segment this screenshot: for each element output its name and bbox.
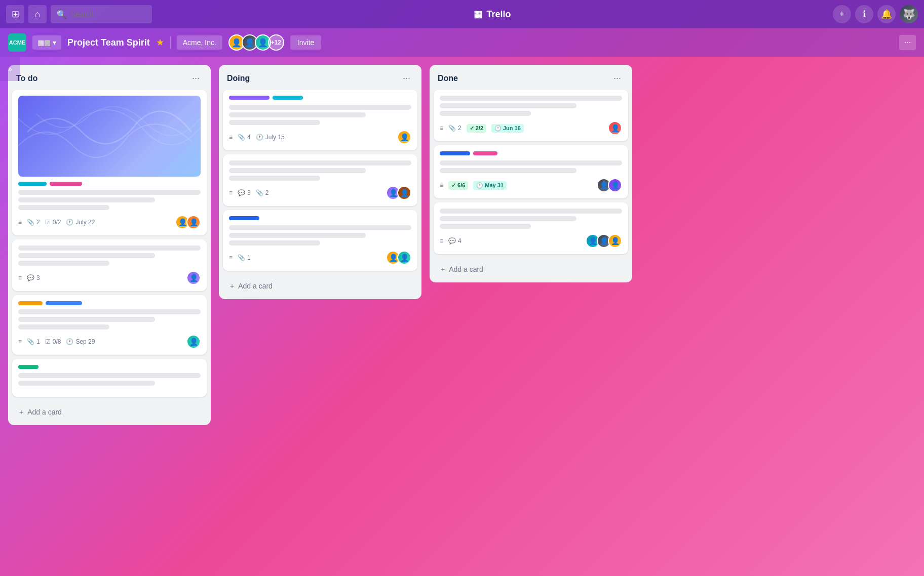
list-todo: To do ··· [8,65,211,425]
card-avatar-3: 👤 [608,234,622,248]
progress-bar-blue [229,216,259,220]
card-content-lines [229,160,411,181]
list-doing-title: Doing [227,74,250,83]
card-content-lines [440,209,622,229]
card-avatar-2: 👤 [397,186,411,200]
list-doing-cards: ≡ 📎 4 🕐 July 15 👤 [219,90,421,275]
search-bar[interactable]: 🔍 [51,5,152,23]
list-done-title: Done [438,74,458,83]
card-todo-1[interactable]: ≡ 📎 2 ☑ 0/2 🕐 July 22 [12,90,207,235]
add-card-todo-button[interactable]: + + Add a card Add a card [12,403,207,421]
grid-menu-button[interactable]: ⊞ [6,5,24,23]
notifications-button[interactable]: 🔔 [877,5,896,23]
plus-icon: + [19,408,23,416]
list-todo-header: To do ··· [8,65,211,90]
card-done-3[interactable]: ≡ 💬 4 👤 👤 👤 [434,202,628,254]
card-avatar-1: 👤 [186,335,201,349]
tag-blue-mid [46,301,82,305]
card-footer: ≡ 💬 3 👤 [18,271,201,285]
board-type-button[interactable]: ▦▦ ▾ [32,35,61,50]
avatar-icon: 🐺 [903,8,915,20]
progress-bars [229,216,411,220]
workspace-name[interactable]: Acme, Inc. [177,35,222,50]
card-avatar-1: 👤 [608,121,622,135]
card-footer: ≡ 📎 2 ☑ 0/2 🕐 July 22 [18,215,201,229]
list-doing-header: Doing ··· [219,65,421,90]
card-done-2[interactable]: ≡ ✓ 6/6 🕐 May 31 👤 [434,145,628,198]
list-todo-cards: ≡ 📎 2 ☑ 0/2 🕐 July 22 [8,90,211,401]
progress-bar-pink [473,151,497,155]
checklist-icon: ☑ [45,338,51,345]
card-footer: ≡ 📎 1 👤 👤 [229,251,411,265]
card-footer: ≡ 📎 4 🕐 July 15 👤 [229,130,411,144]
card-footer: ≡ ✓ 6/6 🕐 May 31 👤 [440,178,622,192]
card-avatars: 👤 👤 👤 [586,234,622,248]
list-done: Done ··· ≡ 📎 2 ✓ [430,65,632,282]
tag-cyan [18,182,47,186]
hamburger-icon: ≡ [229,189,233,196]
chevron-right-icon: » [8,65,12,73]
invite-button[interactable]: Invite [290,35,321,50]
card-avatars: 👤 👤 [175,215,201,229]
add-card-doing-button[interactable]: + Add a card [223,277,417,295]
search-input[interactable] [71,10,146,18]
card-footer: ≡ 💬 3 📎 2 👤 👤 [229,186,411,200]
card-todo-2[interactable]: ≡ 💬 3 👤 [12,239,207,291]
home-button[interactable]: ⌂ [28,5,47,23]
card-avatar-1: 👤 [397,130,411,144]
card-doing-2[interactable]: ≡ 💬 3 📎 2 👤 👤 [223,154,417,206]
card-content-lines [229,105,411,125]
board-more-button[interactable]: ··· [899,35,916,50]
sidebar-toggle-button[interactable]: » [0,57,20,81]
attachments-count: 📎 2 [448,125,461,132]
clock-icon: 🕐 [66,219,73,226]
member-count[interactable]: +12 [268,34,284,51]
clock-icon: 🕐 [66,338,73,345]
attachments-count: 📎 2 [256,189,269,196]
checklist-count: ☑ 0/8 [45,338,61,345]
hamburger-icon: ≡ [440,237,443,244]
clock-icon: 🕐 [476,182,483,189]
attachment-icon: 📎 [27,338,34,345]
nav-actions: + ℹ 🔔 🐺 [833,5,918,23]
clock-icon: 🕐 [256,134,263,141]
add-card-done-button[interactable]: + + Add a card Add a card [434,260,628,278]
comment-icon: 💬 [27,274,34,281]
card-todo-3[interactable]: ≡ 📎 1 ☑ 0/8 🕐 Sep 29 [12,295,207,355]
progress-bars [229,96,411,100]
progress-bar-purple [229,96,270,100]
bell-icon: 🔔 [881,9,892,20]
card-doing-1[interactable]: ≡ 📎 4 🕐 July 15 👤 [223,90,417,150]
card-content-lines [440,96,622,116]
card-avatars: 👤 👤 [386,251,411,265]
star-button[interactable]: ★ [156,37,164,48]
hamburger-icon: ≡ [440,125,443,132]
info-button[interactable]: ℹ [855,5,873,23]
tag-green [18,365,38,369]
add-button[interactable]: + [833,5,851,23]
list-done-menu-button[interactable]: ··· [610,72,624,85]
attachment-icon: 📎 [238,254,245,261]
due-date: 🕐 July 15 [256,134,285,141]
list-todo-menu-button[interactable]: ··· [189,72,203,85]
card-todo-4[interactable] [12,359,207,397]
card-content-lines [229,225,411,245]
board-header: ACME ▦▦ ▾ Project Team Spirit ★ Acme, In… [0,28,924,57]
attachments-count: 📎 1 [238,254,251,261]
plus-icon: + [441,265,445,273]
progress-bar-blue [440,151,470,155]
user-avatar[interactable]: 🐺 [900,5,918,23]
card-doing-3[interactable]: ≡ 📎 1 👤 👤 [223,210,417,271]
card-avatars: 👤 [186,271,201,285]
hamburger-icon: ≡ [229,254,233,261]
card-done-1[interactable]: ≡ 📎 2 ✓ 2/2 🕐 Jun 16 [434,90,628,141]
list-doing-menu-button[interactable]: ··· [400,72,413,85]
hamburger-icon: ≡ [18,274,22,281]
card-avatar-1: 👤 [186,271,201,285]
check-icon: ✓ [470,125,474,132]
card-avatars: 👤 👤 [597,178,622,192]
star-icon: ★ [156,37,164,48]
comments-count: 💬 3 [27,274,40,281]
comment-icon: 💬 [238,189,245,196]
card-tags [18,365,201,369]
